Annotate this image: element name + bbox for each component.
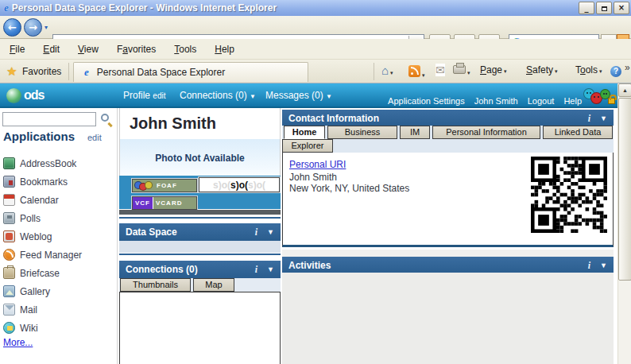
- panel-splitter[interactable]: [119, 210, 281, 215]
- help-menu-button[interactable]: ?: [610, 65, 621, 77]
- menu-tools[interactable]: Tools: [171, 42, 199, 56]
- menu-view[interactable]: View: [75, 42, 102, 56]
- tab-im[interactable]: IM: [400, 126, 430, 139]
- safety-menu-button[interactable]: Safety▾: [526, 64, 558, 76]
- profile-name: John Smith: [130, 114, 216, 133]
- tab-linked-data-explorer-line2[interactable]: Explorer: [282, 139, 333, 153]
- favorites-button[interactable]: Favorites: [22, 66, 61, 77]
- nav-profile[interactable]: Profile edit: [123, 90, 165, 101]
- sidebar-item-mail[interactable]: Mail: [3, 300, 82, 319]
- panel-divider: [119, 254, 281, 255]
- foaf-faces-icon: [134, 180, 153, 191]
- badge-band: FOAF s)o( s)o( s)o( VCF VCARD: [119, 176, 281, 209]
- title-bar: e Personal Data Space Explorer - Windows…: [0, 0, 631, 16]
- user-name-link[interactable]: John Smith: [474, 96, 518, 106]
- favorites-star-icon: ★: [6, 64, 17, 79]
- sidebar-item-polls[interactable]: Polls: [3, 209, 82, 227]
- more-apps-link[interactable]: More...: [3, 337, 33, 348]
- polls-icon: [3, 212, 15, 224]
- vertical-scrollbar[interactable]: ▲: [617, 83, 631, 364]
- logout-link[interactable]: Logout: [528, 96, 555, 106]
- window-title: Personal Data Space Explorer - Windows I…: [12, 2, 277, 14]
- print-button[interactable]: ▾: [453, 66, 470, 77]
- tools-menu-button[interactable]: Tools▾: [575, 64, 602, 76]
- menu-help[interactable]: Help: [211, 42, 238, 56]
- home-icon: ⌂: [381, 64, 389, 77]
- applications-heading: Applications: [3, 130, 75, 143]
- forward-button[interactable]: →: [24, 18, 42, 37]
- menu-file[interactable]: File: [6, 42, 28, 56]
- applications-edit-link[interactable]: edit: [87, 133, 102, 142]
- minimize-button[interactable]: _: [579, 2, 594, 14]
- sidebar-item-bookmarks[interactable]: Bookmarks: [3, 172, 82, 191]
- page-content: Applications edit AddressBook Bookmarks …: [0, 108, 631, 364]
- recent-pages-dropdown[interactable]: ▾: [45, 24, 48, 31]
- help-link[interactable]: Help: [563, 96, 582, 106]
- profile-photo-area: Photo Not Available: [119, 139, 281, 176]
- activities-panel-body: [282, 273, 614, 364]
- scroll-up-button[interactable]: ▲: [618, 83, 631, 97]
- sidebar-search-input[interactable]: [2, 112, 96, 126]
- sidebar-item-addressbook[interactable]: AddressBook: [3, 154, 82, 172]
- data-space-panel-body: [119, 241, 281, 253]
- sidebar-search-icon[interactable]: [101, 114, 109, 122]
- sidebar-item-feed-manager[interactable]: Feed Manager: [3, 246, 82, 264]
- sidebar-item-briefcase[interactable]: Briefcase: [3, 264, 82, 282]
- sidebar-item-gallery[interactable]: Gallery: [3, 282, 82, 300]
- nav-connections[interactable]: Connections (0) ▼: [180, 90, 256, 101]
- ods-logo[interactable]: ods: [24, 88, 44, 103]
- feeds-button[interactable]: ▾: [408, 65, 425, 79]
- info-icon[interactable]: i: [588, 260, 590, 272]
- profile-edit-link[interactable]: edit: [153, 91, 165, 100]
- collapse-icon[interactable]: ▼: [267, 228, 274, 236]
- personal-uri-link[interactable]: Personal URI: [289, 159, 346, 170]
- connections-tabs: Thumbnails Map: [119, 278, 281, 292]
- sioc-badge[interactable]: s)o( s)o( s)o(: [199, 177, 280, 192]
- application-settings-link[interactable]: Application Settings: [388, 96, 465, 106]
- collapse-icon[interactable]: ▼: [267, 265, 274, 273]
- contact-panel-body: Personal URI John Smith New York, NY, Un…: [282, 153, 614, 247]
- sidebar-item-weblog[interactable]: Weblog: [3, 227, 82, 246]
- collapse-icon[interactable]: ▼: [600, 261, 607, 269]
- contact-column: Contact Information i ▼ Home Business IM…: [282, 108, 614, 364]
- page-menu-button[interactable]: Page▾: [480, 64, 507, 76]
- ods-header: ods Profile edit Connections (0) ▼ Messa…: [0, 83, 631, 108]
- briefcase-icon: [3, 267, 15, 279]
- tab-thumbnails[interactable]: Thumbnails: [120, 278, 191, 292]
- info-icon[interactable]: i: [255, 264, 257, 276]
- info-icon[interactable]: i: [588, 113, 590, 125]
- calendar-icon: [3, 194, 15, 206]
- more-commands-chevron[interactable]: »: [625, 62, 630, 73]
- vcard-badge[interactable]: VCF VCARD: [132, 196, 197, 210]
- contact-tabs-row1: Home Business IM Personal Information Li…: [282, 126, 614, 139]
- sidebar-item-wiki[interactable]: Wiki: [3, 319, 82, 337]
- applications-list: AddressBook Bookmarks Calendar Polls Web…: [3, 154, 82, 337]
- scrollbar-thumb[interactable]: [618, 98, 631, 281]
- feed-manager-icon: [3, 249, 15, 261]
- restore-button[interactable]: [596, 2, 612, 14]
- tab-linked-data-explorer-line1[interactable]: Linked Data: [543, 126, 613, 139]
- back-button[interactable]: ←: [3, 18, 21, 37]
- menu-edit[interactable]: Edit: [40, 42, 63, 56]
- collapse-icon[interactable]: ▼: [600, 114, 607, 122]
- contact-location: New York, NY, United States: [289, 183, 409, 194]
- nav-messages[interactable]: Messages (0) ▼: [265, 90, 332, 101]
- data-space-panel-header: Data Space i ▼: [119, 223, 281, 241]
- ods-faces-icon: [583, 86, 615, 106]
- menu-favorites[interactable]: Favorites: [114, 42, 159, 56]
- foaf-badge[interactable]: FOAF: [132, 179, 197, 192]
- tab-map[interactable]: Map: [193, 278, 234, 292]
- tab-business[interactable]: Business: [327, 126, 397, 139]
- sidebar-item-calendar[interactable]: Calendar: [3, 191, 82, 209]
- addressbook-icon: [3, 157, 15, 169]
- tab-home[interactable]: Home: [284, 126, 325, 139]
- tab-personal-information[interactable]: Personal Information: [432, 126, 540, 139]
- read-mail-button[interactable]: ✉: [436, 65, 445, 76]
- info-icon[interactable]: i: [255, 227, 257, 238]
- tab-title: Personal Data Space Explorer: [97, 67, 225, 78]
- home-button[interactable]: ⌂▾: [381, 64, 393, 77]
- page-tab[interactable]: e Personal Data Space Explorer: [73, 62, 308, 82]
- gallery-icon: [3, 285, 15, 297]
- activities-panel-header: Activities i ▼: [282, 257, 614, 274]
- close-button[interactable]: ×: [614, 2, 629, 14]
